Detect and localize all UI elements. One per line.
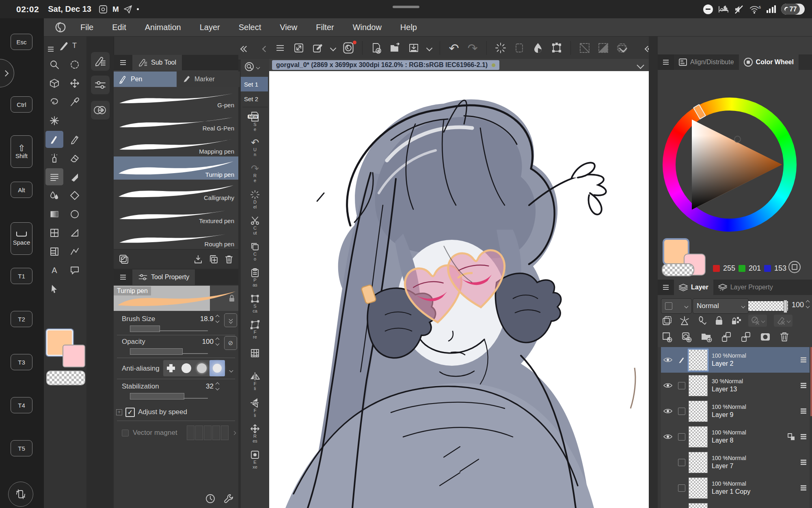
aa-none-option[interactable] <box>163 360 179 376</box>
menu-view[interactable]: View <box>280 23 297 32</box>
tool-property-tab[interactable]: Tool Property <box>132 269 195 285</box>
layer-thumbnail[interactable] <box>689 452 708 473</box>
menu-edit[interactable]: Edit <box>112 23 126 32</box>
tool-corner[interactable] <box>66 224 84 241</box>
key-alt[interactable]: Alt <box>11 182 32 198</box>
tool-text-tab-icon[interactable]: T <box>72 41 77 50</box>
edge-keyboard-expand-handle[interactable] <box>0 59 14 87</box>
tool-pen-tab-icon[interactable] <box>58 41 69 51</box>
redo-icon[interactable]: ↷ <box>464 40 481 56</box>
layer-thumbnail[interactable] <box>689 503 708 508</box>
pen-settings-icon[interactable] <box>309 40 326 56</box>
transfer-to-lower-icon[interactable] <box>721 332 732 342</box>
artwork-canvas[interactable] <box>269 71 649 508</box>
tool-airbrush[interactable] <box>45 150 63 167</box>
layer-checkbox[interactable] <box>675 382 689 389</box>
layer-drag-handle[interactable] <box>797 462 810 462</box>
tool-shape-diamond[interactable] <box>66 187 84 204</box>
tab-layer-property[interactable]: Layer Property <box>713 280 778 295</box>
layer-row-layer-8[interactable]: 100 %NormalLayer 8 <box>661 424 810 450</box>
menu-layer[interactable]: Layer <box>200 23 220 32</box>
set-draft-icon-disabled[interactable] <box>774 315 793 327</box>
tool-eraser-slant[interactable] <box>66 168 84 185</box>
stabilization-slider[interactable] <box>130 393 184 399</box>
tool-lasso[interactable] <box>45 93 63 111</box>
menu-help[interactable]: Help <box>400 23 417 32</box>
tool-operation-arrow[interactable] <box>45 280 63 297</box>
layer-drag-handle[interactable] <box>797 410 810 411</box>
key-t3[interactable]: T3 <box>11 354 32 370</box>
visibility-eye-icon[interactable] <box>661 357 675 363</box>
lock-layer-icon[interactable] <box>714 315 724 326</box>
history-clock-icon[interactable] <box>205 493 216 504</box>
quick-mesh-transform-button[interactable] <box>241 343 269 369</box>
new-vector-layer-icon[interactable] <box>681 332 692 342</box>
layer-opacity-slider[interactable] <box>748 301 788 311</box>
quick-reset-position-button[interactable]: Res <box>241 421 269 447</box>
opacity-dynamics-button[interactable]: ⊘ <box>224 336 237 350</box>
collapse-left2-icon[interactable] <box>241 46 248 53</box>
gesture-handle[interactable] <box>393 6 419 8</box>
opacity-slider[interactable] <box>130 348 183 355</box>
tool-gradient[interactable] <box>45 206 63 223</box>
tool-blend[interactable] <box>45 187 63 204</box>
aa-medium-option[interactable] <box>194 360 209 376</box>
layer-row-layer-13[interactable]: 30 %NormalLayer 13 <box>661 373 810 399</box>
tab-layer[interactable]: Layer <box>674 280 713 295</box>
clip-studio-badge-icon[interactable] <box>340 40 356 56</box>
layer-panel-menu-icon[interactable] <box>658 280 674 295</box>
layer-checkbox[interactable] <box>675 459 689 466</box>
key-shift[interactable]: ⇧Shift <box>11 135 32 168</box>
subtool-panel-tab[interactable]: Sub Tool <box>132 55 182 70</box>
layer-mask-icon[interactable] <box>760 332 771 342</box>
layer-thumbnail[interactable] <box>689 426 708 447</box>
aa-weak-option[interactable] <box>179 360 194 376</box>
visibility-eye-icon[interactable] <box>661 408 675 414</box>
subtool-delete-icon[interactable] <box>221 252 237 267</box>
tool-polyline[interactable] <box>66 243 84 260</box>
tool-circle[interactable] <box>66 206 84 223</box>
canvas-tab-chevron-icon[interactable] <box>638 62 643 69</box>
tool-frame-border[interactable] <box>45 224 63 241</box>
layer-opacity-stepper[interactable] <box>806 301 809 308</box>
dock-subtool-detail-icon[interactable] <box>91 52 110 71</box>
subtool-check-all-icon[interactable] <box>116 252 132 267</box>
quick-redo-button[interactable]: ↷Re <box>241 161 269 187</box>
tool-move[interactable] <box>66 75 84 92</box>
tool-zoom[interactable] <box>45 56 63 73</box>
tool-figure[interactable] <box>45 168 63 185</box>
tool-property-menu-icon[interactable] <box>114 269 132 285</box>
layer-drag-handle[interactable] <box>797 487 810 488</box>
layer-scrollbar[interactable] <box>810 347 812 416</box>
subtool-menu-icon[interactable] <box>114 55 132 70</box>
layer-row-layer-2[interactable]: 100 %NormalLayer 2 <box>661 347 810 373</box>
layer-row-layer-9[interactable]: 100 %NormalLayer 9 <box>661 398 810 424</box>
subtool-brush-turnip-pen[interactable]: Turnip pen <box>114 156 238 180</box>
set-reference-icon-disabled[interactable] <box>748 315 767 327</box>
quick-free-transform-button[interactable]: Fre <box>241 317 269 343</box>
adjust-by-speed-checkbox[interactable]: ✓ <box>125 408 135 417</box>
key-space[interactable]: Space <box>11 222 32 255</box>
quick-paste-button[interactable]: Pas <box>241 265 269 291</box>
layer-drag-handle[interactable] <box>797 436 810 437</box>
subtool-brush-rough-pen[interactable]: Rough pen <box>114 226 238 250</box>
toolbar-menu-icon[interactable] <box>272 40 288 56</box>
subtool-tab-pen[interactable]: Pen <box>114 72 177 87</box>
brush-size-stepper[interactable] <box>216 315 219 322</box>
subtool-brush-g-pen[interactable]: G-pen <box>114 87 238 111</box>
clip-to-layer-icon[interactable] <box>662 315 672 326</box>
layer-checkbox[interactable] <box>675 433 689 441</box>
menu-window[interactable]: Window <box>353 23 382 32</box>
new-raster-layer-icon[interactable] <box>662 332 672 342</box>
key-ctrl[interactable]: Ctrl <box>11 96 32 113</box>
visibility-eye-icon[interactable] <box>661 434 675 440</box>
key-t2[interactable]: T2 <box>11 311 32 327</box>
quick-cut-button[interactable]: Cut <box>241 213 269 239</box>
transparent-swatch-panel[interactable] <box>662 263 694 276</box>
ruler-icon[interactable] <box>679 315 690 326</box>
toolbar-chevron-down-icon[interactable] <box>620 46 626 53</box>
tool-text[interactable]: A <box>45 262 63 279</box>
quick-scale-button[interactable]: Sca <box>241 291 269 317</box>
layer-row-layer-7[interactable]: 100 %NormalLayer 7 <box>661 449 810 475</box>
select-area-icon[interactable] <box>511 40 527 56</box>
